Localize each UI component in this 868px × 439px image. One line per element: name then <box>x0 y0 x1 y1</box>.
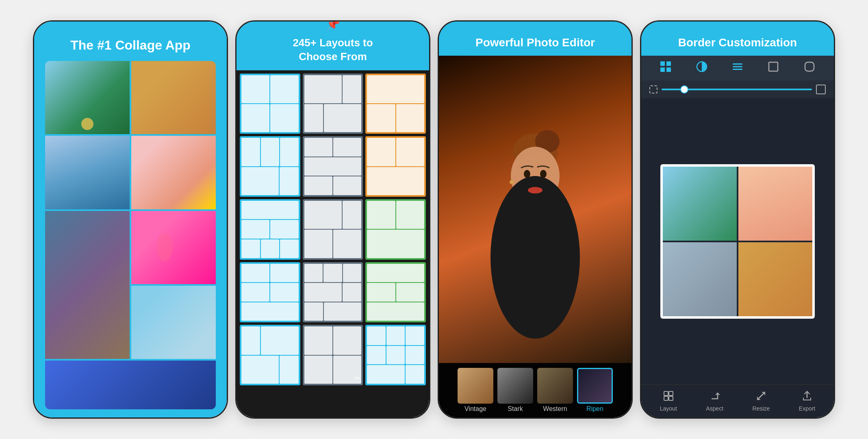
aspect-icon <box>710 391 720 404</box>
collage-cell-3 <box>45 136 130 209</box>
layout-item-9[interactable] <box>365 199 426 260</box>
screen3-photo-area <box>439 56 631 363</box>
resize-icon <box>756 391 766 404</box>
screen3-title: Powerful Photo Editor <box>439 22 631 56</box>
svg-point-6 <box>540 170 547 178</box>
pin-icon: 📌 <box>326 20 340 31</box>
grid-icon[interactable] <box>660 61 672 76</box>
svg-rect-9 <box>660 61 665 66</box>
bottombar-aspect-label: Aspect <box>706 405 723 412</box>
collage-grid <box>45 61 216 409</box>
layout-item-1[interactable] <box>240 74 300 134</box>
layout-item-12[interactable] <box>365 262 426 323</box>
layout-item-6[interactable] <box>365 136 426 197</box>
woman-figure <box>458 127 612 363</box>
screen1-title: The #1 Collage App <box>70 38 191 53</box>
layout-item-7[interactable] <box>240 199 300 260</box>
layout-item-10[interactable] <box>240 262 300 323</box>
slider-thumb[interactable] <box>680 85 688 93</box>
svg-rect-10 <box>666 61 671 66</box>
screen3-content: Powerful Photo Editor <box>439 22 631 417</box>
svg-rect-22 <box>669 396 673 400</box>
screen2-phone: 📌 245+ Layouts toChoose From <box>235 20 430 419</box>
layout-grid[interactable]: ✂ <box>237 70 429 417</box>
screen1-phone: The #1 Collage App <box>33 20 228 419</box>
layout-item-11[interactable] <box>303 262 363 323</box>
svg-point-8 <box>510 180 514 184</box>
collage-cell-2 <box>131 61 216 134</box>
filter-stark-label: Stark <box>508 405 523 413</box>
screen4-phone: Border Customization <box>640 20 835 419</box>
filter-western-label: Western <box>543 405 567 413</box>
collage-cell-6 <box>131 211 216 284</box>
preview-cell-3 <box>663 242 737 316</box>
svg-rect-18 <box>805 62 814 71</box>
svg-rect-15 <box>733 66 742 67</box>
scissors-icon: ✂ <box>354 374 360 383</box>
filter-stark[interactable]: Stark <box>497 368 534 413</box>
screen4-bottombar: Layout Aspect <box>641 385 834 417</box>
filter-ripen-label: Ripen <box>586 405 603 413</box>
collage-cell-8 <box>45 361 216 409</box>
bottombar-export-label: Export <box>799 405 815 412</box>
preview-cell-4 <box>738 242 812 316</box>
bottombar-resize-label: Resize <box>753 405 770 412</box>
bottombar-resize[interactable]: Resize <box>753 391 770 412</box>
filter-vintage-label: Vintage <box>464 405 486 413</box>
screen4-toolbar <box>641 56 834 80</box>
bottombar-aspect[interactable]: Aspect <box>706 391 723 412</box>
filter-western[interactable]: Western <box>537 368 573 413</box>
svg-rect-17 <box>769 62 778 71</box>
svg-rect-16 <box>733 69 742 70</box>
border-size-slider[interactable] <box>662 89 812 90</box>
layout-icon <box>663 391 674 404</box>
filter-stark-img <box>497 368 533 404</box>
layout-item-15[interactable] <box>365 325 426 385</box>
svg-rect-19 <box>664 391 668 396</box>
slider-start-icon <box>649 85 658 93</box>
screen2-content: 📌 245+ Layouts toChoose From <box>237 22 429 417</box>
filter-vintage-img <box>458 368 493 404</box>
filter-ripen-img <box>577 368 613 404</box>
svg-point-5 <box>524 170 530 178</box>
svg-rect-14 <box>733 63 742 65</box>
filter-vintage[interactable]: Vintage <box>457 368 494 413</box>
circle-half-icon[interactable] <box>696 61 708 76</box>
layout-item-2[interactable] <box>303 74 363 134</box>
svg-rect-11 <box>660 67 665 72</box>
layout-item-13[interactable] <box>240 325 300 385</box>
bottombar-export[interactable]: Export <box>799 391 815 412</box>
filter-western-img <box>537 368 573 404</box>
screen4-title: Border Customization <box>641 22 834 56</box>
screen2-header: 📌 245+ Layouts toChoose From <box>237 22 429 70</box>
collage-cell-7 <box>131 286 216 359</box>
preview-cell-1 <box>663 167 737 241</box>
square-rounded-icon[interactable] <box>803 61 816 76</box>
svg-point-4 <box>490 176 580 339</box>
svg-point-7 <box>528 187 542 193</box>
bottombar-layout[interactable]: Layout <box>660 391 677 412</box>
screen2-title: 245+ Layouts toChoose From <box>293 36 373 64</box>
screen4-content: Border Customization <box>641 22 834 417</box>
svg-rect-20 <box>669 391 673 396</box>
bottombar-layout-label: Layout <box>660 405 677 412</box>
svg-rect-21 <box>664 396 668 400</box>
screen3-phone: Powerful Photo Editor <box>438 20 633 419</box>
screen1-content: The #1 Collage App <box>34 22 227 417</box>
slider-end-icon <box>816 85 826 94</box>
filter-ripen[interactable]: Ripen <box>577 368 613 413</box>
layout-item-4[interactable] <box>240 136 300 197</box>
layout-item-8[interactable] <box>303 199 363 260</box>
layout-item-14[interactable]: ✂ <box>303 325 363 385</box>
collage-cell-5 <box>45 211 130 359</box>
lines-icon[interactable] <box>731 61 744 76</box>
layout-item-5[interactable] <box>303 136 363 197</box>
filter-bar: Vintage Stark Western Ripen <box>439 363 631 417</box>
layout-item-3[interactable] <box>365 74 426 134</box>
collage-cell-4 <box>131 136 216 209</box>
preview-collage <box>660 164 815 319</box>
svg-rect-12 <box>666 67 671 72</box>
preview-cell-2 <box>738 167 812 241</box>
square-icon[interactable] <box>767 61 779 76</box>
screen4-preview <box>641 98 834 385</box>
